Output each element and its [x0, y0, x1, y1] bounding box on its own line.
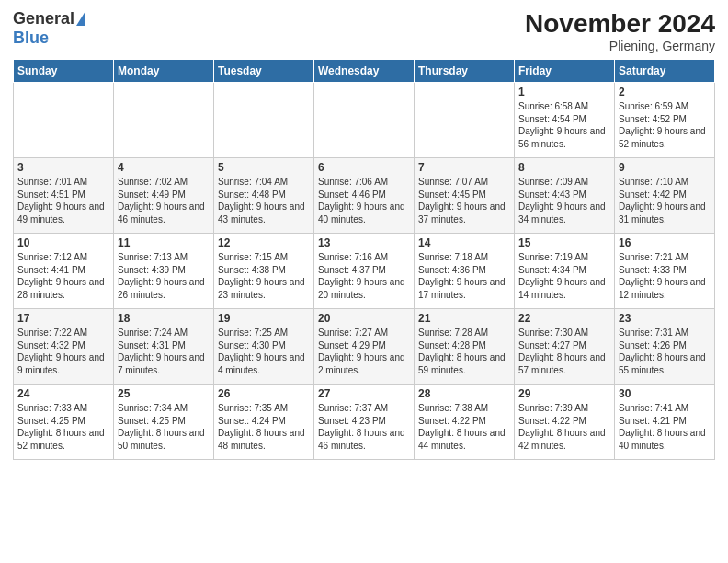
day-info: Sunrise: 7:16 AMSunset: 4:37 PMDaylight:…	[318, 251, 410, 301]
day-number: 7	[418, 161, 510, 174]
calendar-cell: 20Sunrise: 7:27 AMSunset: 4:29 PMDayligh…	[314, 309, 415, 385]
day-info: Sunrise: 7:01 AMSunset: 4:51 PMDaylight:…	[17, 176, 109, 225]
day-info: Sunrise: 7:30 AMSunset: 4:27 PMDaylight:…	[518, 327, 610, 376]
day-number: 28	[418, 387, 510, 400]
day-info: Sunrise: 7:27 AMSunset: 4:29 PMDaylight:…	[318, 327, 410, 376]
day-info: Sunrise: 7:09 AMSunset: 4:43 PMDaylight:…	[518, 176, 610, 225]
page-container: General Blue November 2024 Pliening, Ger…	[0, 0, 728, 467]
calendar-week-row: 10Sunrise: 7:12 AMSunset: 4:41 PMDayligh…	[14, 234, 715, 309]
day-number: 24	[17, 387, 109, 400]
calendar-cell	[214, 83, 314, 158]
day-number: 20	[318, 312, 410, 325]
day-number: 1	[518, 86, 610, 98]
day-info: Sunrise: 6:58 AMSunset: 4:54 PMDaylight:…	[518, 100, 610, 150]
calendar-cell: 3Sunrise: 7:01 AMSunset: 4:51 PMDaylight…	[14, 158, 114, 234]
calendar-cell: 6Sunrise: 7:06 AMSunset: 4:46 PMDaylight…	[314, 158, 415, 234]
calendar-cell: 15Sunrise: 7:19 AMSunset: 4:34 PMDayligh…	[515, 234, 615, 309]
day-number: 21	[418, 312, 510, 325]
day-number: 13	[318, 236, 410, 249]
day-info: Sunrise: 7:22 AMSunset: 4:32 PMDaylight:…	[17, 327, 109, 376]
day-number: 23	[619, 312, 711, 325]
day-info: Sunrise: 7:04 AMSunset: 4:48 PMDaylight:…	[218, 176, 310, 225]
day-info: Sunrise: 7:15 AMSunset: 4:38 PMDaylight:…	[218, 251, 310, 301]
col-tuesday: Tuesday	[214, 60, 314, 83]
day-number: 9	[619, 161, 711, 174]
day-number: 14	[418, 236, 510, 249]
day-number: 11	[118, 236, 210, 249]
day-number: 17	[17, 312, 109, 325]
day-info: Sunrise: 7:18 AMSunset: 4:36 PMDaylight:…	[418, 251, 510, 301]
calendar-cell: 27Sunrise: 7:37 AMSunset: 4:23 PMDayligh…	[314, 385, 415, 460]
calendar-cell: 4Sunrise: 7:02 AMSunset: 4:49 PMDaylight…	[114, 158, 214, 234]
calendar-cell	[114, 83, 214, 158]
day-number: 15	[518, 236, 610, 249]
calendar-table: Sunday Monday Tuesday Wednesday Thursday…	[13, 59, 715, 460]
calendar-week-row: 24Sunrise: 7:33 AMSunset: 4:25 PMDayligh…	[14, 385, 715, 460]
day-info: Sunrise: 7:10 AMSunset: 4:42 PMDaylight:…	[619, 176, 711, 225]
calendar-week-row: 1Sunrise: 6:58 AMSunset: 4:54 PMDaylight…	[14, 83, 715, 158]
calendar-cell: 28Sunrise: 7:38 AMSunset: 4:22 PMDayligh…	[415, 385, 515, 460]
day-info: Sunrise: 7:24 AMSunset: 4:31 PMDaylight:…	[118, 327, 210, 376]
day-number: 12	[218, 236, 310, 249]
calendar-cell: 17Sunrise: 7:22 AMSunset: 4:32 PMDayligh…	[14, 309, 114, 385]
calendar-cell: 24Sunrise: 7:33 AMSunset: 4:25 PMDayligh…	[14, 385, 114, 460]
calendar-week-row: 3Sunrise: 7:01 AMSunset: 4:51 PMDaylight…	[14, 158, 715, 234]
title-block: November 2024 Pliening, Germany	[525, 9, 715, 53]
day-info: Sunrise: 7:21 AMSunset: 4:33 PMDaylight:…	[619, 251, 711, 301]
calendar-title: November 2024	[525, 9, 715, 39]
day-info: Sunrise: 7:19 AMSunset: 4:34 PMDaylight:…	[518, 251, 610, 301]
day-number: 19	[218, 312, 310, 325]
day-info: Sunrise: 7:34 AMSunset: 4:25 PMDaylight:…	[118, 402, 210, 452]
col-wednesday: Wednesday	[314, 60, 415, 83]
day-info: Sunrise: 7:31 AMSunset: 4:26 PMDaylight:…	[619, 327, 711, 376]
calendar-cell: 16Sunrise: 7:21 AMSunset: 4:33 PMDayligh…	[615, 234, 715, 309]
calendar-cell: 23Sunrise: 7:31 AMSunset: 4:26 PMDayligh…	[615, 309, 715, 385]
logo-general-text: General	[13, 9, 74, 29]
day-number: 16	[619, 236, 711, 249]
day-number: 27	[318, 387, 410, 400]
calendar-cell: 9Sunrise: 7:10 AMSunset: 4:42 PMDaylight…	[615, 158, 715, 234]
day-number: 8	[518, 161, 610, 174]
col-sunday: Sunday	[14, 60, 114, 83]
calendar-cell: 1Sunrise: 6:58 AMSunset: 4:54 PMDaylight…	[515, 83, 615, 158]
day-info: Sunrise: 7:06 AMSunset: 4:46 PMDaylight:…	[318, 176, 410, 225]
calendar-cell: 8Sunrise: 7:09 AMSunset: 4:43 PMDaylight…	[515, 158, 615, 234]
weekday-header-row: Sunday Monday Tuesday Wednesday Thursday…	[14, 60, 715, 83]
calendar-body: 1Sunrise: 6:58 AMSunset: 4:54 PMDaylight…	[14, 83, 715, 460]
day-info: Sunrise: 7:02 AMSunset: 4:49 PMDaylight:…	[118, 176, 210, 225]
day-number: 29	[518, 387, 610, 400]
col-friday: Friday	[515, 60, 615, 83]
calendar-cell: 21Sunrise: 7:28 AMSunset: 4:28 PMDayligh…	[415, 309, 515, 385]
logo-blue-text: Blue	[13, 29, 49, 48]
day-number: 18	[118, 312, 210, 325]
day-info: Sunrise: 6:59 AMSunset: 4:52 PMDaylight:…	[619, 100, 711, 150]
calendar-cell: 7Sunrise: 7:07 AMSunset: 4:45 PMDaylight…	[415, 158, 515, 234]
day-info: Sunrise: 7:41 AMSunset: 4:21 PMDaylight:…	[619, 402, 711, 452]
calendar-cell: 2Sunrise: 6:59 AMSunset: 4:52 PMDaylight…	[615, 83, 715, 158]
day-number: 22	[518, 312, 610, 325]
calendar-location: Pliening, Germany	[525, 39, 715, 53]
day-number: 25	[118, 387, 210, 400]
calendar-cell: 12Sunrise: 7:15 AMSunset: 4:38 PMDayligh…	[214, 234, 314, 309]
day-number: 4	[118, 161, 210, 174]
day-info: Sunrise: 7:37 AMSunset: 4:23 PMDaylight:…	[318, 402, 410, 452]
calendar-cell: 14Sunrise: 7:18 AMSunset: 4:36 PMDayligh…	[415, 234, 515, 309]
col-thursday: Thursday	[415, 60, 515, 83]
calendar-cell: 30Sunrise: 7:41 AMSunset: 4:21 PMDayligh…	[615, 385, 715, 460]
calendar-cell: 25Sunrise: 7:34 AMSunset: 4:25 PMDayligh…	[114, 385, 214, 460]
calendar-cell	[415, 83, 515, 158]
day-number: 5	[218, 161, 310, 174]
calendar-cell: 10Sunrise: 7:12 AMSunset: 4:41 PMDayligh…	[14, 234, 114, 309]
calendar-cell: 18Sunrise: 7:24 AMSunset: 4:31 PMDayligh…	[114, 309, 214, 385]
calendar-cell	[14, 83, 114, 158]
logo-triangle-icon	[76, 11, 85, 26]
day-info: Sunrise: 7:35 AMSunset: 4:24 PMDaylight:…	[218, 402, 310, 452]
logo: General Blue	[13, 9, 85, 48]
calendar-header: Sunday Monday Tuesday Wednesday Thursday…	[14, 60, 715, 83]
day-info: Sunrise: 7:38 AMSunset: 4:22 PMDaylight:…	[418, 402, 510, 452]
day-info: Sunrise: 7:25 AMSunset: 4:30 PMDaylight:…	[218, 327, 310, 376]
calendar-cell: 11Sunrise: 7:13 AMSunset: 4:39 PMDayligh…	[114, 234, 214, 309]
day-info: Sunrise: 7:13 AMSunset: 4:39 PMDaylight:…	[118, 251, 210, 301]
day-number: 10	[17, 236, 109, 249]
day-number: 2	[619, 86, 711, 98]
